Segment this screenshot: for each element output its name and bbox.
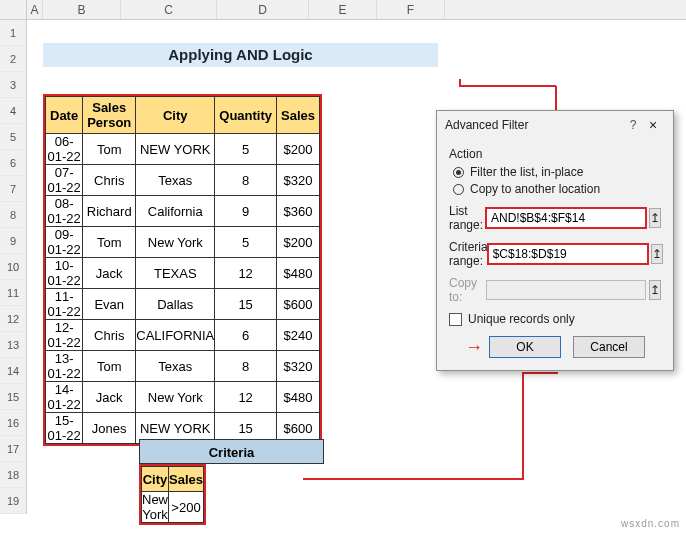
table-cell[interactable]: $600 <box>277 289 320 320</box>
table-cell[interactable]: Jack <box>83 258 136 289</box>
th-city[interactable]: City <box>136 97 215 134</box>
table-cell[interactable]: $200 <box>277 134 320 165</box>
table-cell[interactable]: $320 <box>277 351 320 382</box>
table-cell[interactable]: New York <box>136 382 215 413</box>
table-cell[interactable]: 09-01-22 <box>46 227 83 258</box>
list-range-input[interactable] <box>486 208 646 228</box>
range-picker-button[interactable]: ↥ <box>649 280 661 300</box>
table-cell[interactable]: New York <box>136 227 215 258</box>
unique-records-checkbox[interactable]: Unique records only <box>449 312 661 326</box>
page-title: Applying AND Logic <box>43 43 438 67</box>
table-cell[interactable]: $240 <box>277 320 320 351</box>
table-row: 09-01-22TomNew York5$200 <box>46 227 320 258</box>
table-cell[interactable]: Dallas <box>136 289 215 320</box>
table-cell[interactable]: $480 <box>277 258 320 289</box>
row-13[interactable]: 13 <box>0 332 26 358</box>
radio-copy-location[interactable]: Copy to another location <box>453 182 661 196</box>
col-F[interactable]: F <box>377 0 445 19</box>
table-cell[interactable]: Tom <box>83 351 136 382</box>
table-cell[interactable]: Richard <box>83 196 136 227</box>
table-row: 06-01-22TomNEW YORK5$200 <box>46 134 320 165</box>
table-cell[interactable]: Jones <box>83 413 136 444</box>
table-cell[interactable]: 12 <box>215 258 277 289</box>
table-cell[interactable]: Tom <box>83 227 136 258</box>
table-cell[interactable]: Chris <box>83 320 136 351</box>
col-E[interactable]: E <box>309 0 377 19</box>
th-sales-person[interactable]: Sales Person <box>83 97 136 134</box>
table-cell[interactable]: TEXAS <box>136 258 215 289</box>
table-cell[interactable]: CALIFORNIA <box>136 320 215 351</box>
crit-td-sales[interactable]: >200 <box>169 492 204 523</box>
col-C[interactable]: C <box>121 0 217 19</box>
range-picker-button[interactable]: ↥ <box>651 244 663 264</box>
row-5[interactable]: 5 <box>0 124 26 150</box>
row-19[interactable]: 19 <box>0 488 26 514</box>
table-cell[interactable]: $200 <box>277 227 320 258</box>
table-cell[interactable]: Texas <box>136 165 215 196</box>
cancel-button[interactable]: Cancel <box>573 336 645 358</box>
table-cell[interactable]: $320 <box>277 165 320 196</box>
table-cell[interactable]: 5 <box>215 227 277 258</box>
row-8[interactable]: 8 <box>0 202 26 228</box>
close-icon[interactable]: × <box>641 117 665 133</box>
copy-to-label: Copy to: <box>449 276 486 304</box>
ok-button[interactable]: OK <box>489 336 561 358</box>
row-15[interactable]: 15 <box>0 384 26 410</box>
row-6[interactable]: 6 <box>0 150 26 176</box>
table-cell[interactable]: 06-01-22 <box>46 134 83 165</box>
range-picker-button[interactable]: ↥ <box>649 208 661 228</box>
table-cell[interactable]: 15-01-22 <box>46 413 83 444</box>
table-cell[interactable]: Tom <box>83 134 136 165</box>
row-2[interactable]: 2 <box>0 46 26 72</box>
table-cell[interactable]: 13-01-22 <box>46 351 83 382</box>
row-17[interactable]: 17 <box>0 436 26 462</box>
table-cell[interactable]: California <box>136 196 215 227</box>
table-cell[interactable]: 8 <box>215 351 277 382</box>
th-sales[interactable]: Sales <box>277 97 320 134</box>
table-cell[interactable]: $480 <box>277 382 320 413</box>
row-3[interactable]: 3 <box>0 72 26 98</box>
table-cell[interactable]: 07-01-22 <box>46 165 83 196</box>
crit-td-city[interactable]: New York <box>142 492 169 523</box>
col-D[interactable]: D <box>217 0 309 19</box>
dialog-titlebar[interactable]: Advanced Filter ? × <box>437 111 673 139</box>
table-cell[interactable]: NEW YORK <box>136 134 215 165</box>
row-11[interactable]: 11 <box>0 280 26 306</box>
th-date[interactable]: Date <box>46 97 83 134</box>
row-14[interactable]: 14 <box>0 358 26 384</box>
row-10[interactable]: 10 <box>0 254 26 280</box>
table-cell[interactable]: $360 <box>277 196 320 227</box>
table-cell[interactable]: Chris <box>83 165 136 196</box>
table-cell[interactable]: 12-01-22 <box>46 320 83 351</box>
table-cell[interactable]: 11-01-22 <box>46 289 83 320</box>
table-cell[interactable]: 9 <box>215 196 277 227</box>
table-cell[interactable]: 14-01-22 <box>46 382 83 413</box>
row-16[interactable]: 16 <box>0 410 26 436</box>
table-cell[interactable]: Jack <box>83 382 136 413</box>
table-cell[interactable]: 15 <box>215 289 277 320</box>
crit-th-sales[interactable]: Sales <box>169 467 204 492</box>
table-cell[interactable]: Evan <box>83 289 136 320</box>
table-cell[interactable]: 12 <box>215 382 277 413</box>
table-cell[interactable]: 6 <box>215 320 277 351</box>
row-9[interactable]: 9 <box>0 228 26 254</box>
row-1[interactable]: 1 <box>0 20 26 46</box>
row-18[interactable]: 18 <box>0 462 26 488</box>
table-cell[interactable]: Texas <box>136 351 215 382</box>
row-4[interactable]: 4 <box>0 98 26 124</box>
col-A[interactable]: A <box>27 0 43 19</box>
col-B[interactable]: B <box>43 0 121 19</box>
table-cell[interactable]: 08-01-22 <box>46 196 83 227</box>
criteria-range-input[interactable] <box>488 244 648 264</box>
help-icon[interactable]: ? <box>625 118 641 132</box>
radio-icon <box>453 167 464 178</box>
th-quantity[interactable]: Quantity <box>215 97 277 134</box>
select-all-corner[interactable] <box>0 0 27 19</box>
row-12[interactable]: 12 <box>0 306 26 332</box>
table-cell[interactable]: 10-01-22 <box>46 258 83 289</box>
table-cell[interactable]: 5 <box>215 134 277 165</box>
row-7[interactable]: 7 <box>0 176 26 202</box>
table-cell[interactable]: 8 <box>215 165 277 196</box>
crit-th-city[interactable]: City <box>142 467 169 492</box>
radio-filter-in-place[interactable]: Filter the list, in-place <box>453 165 661 179</box>
